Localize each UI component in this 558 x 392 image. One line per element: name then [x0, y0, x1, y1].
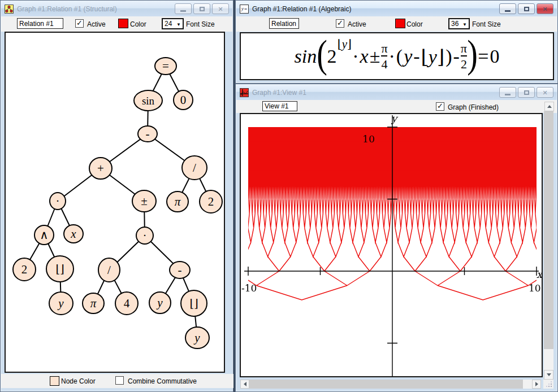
font-size-value: 36 — [451, 20, 458, 28]
close-button[interactable] — [537, 3, 553, 14]
arrow-up-icon — [547, 105, 552, 108]
relation-color-swatch[interactable] — [118, 19, 128, 28]
algebraic-titlebar[interactable]: y = Graph #1:Relation #1 (Algebraic) — [236, 1, 557, 16]
graph-view-icon[interactable] — [240, 88, 249, 97]
expression-tree[interactable]: =sin0-+/·±π2∧x·2⌊⌋/-yπ4y⌊⌋y — [6, 33, 224, 372]
tree-node[interactable]: - — [138, 126, 157, 142]
formula-token: sin — [295, 46, 317, 67]
tree-node[interactable]: y — [49, 292, 73, 315]
formula-token: 2⌊y⌋ — [327, 46, 352, 67]
tree-node[interactable]: 2 — [13, 258, 36, 281]
formula-token: y — [404, 46, 412, 67]
vertical-scrollbar-thumb[interactable] — [544, 111, 553, 349]
tree-node[interactable]: x — [64, 225, 83, 243]
tree-node-label: ± — [141, 194, 148, 208]
close-button[interactable] — [212, 3, 229, 14]
svg-text:=: = — [244, 6, 247, 12]
tree-node-label: 2 — [21, 263, 28, 276]
tree-node-label: π — [90, 297, 97, 310]
tree-node[interactable]: / — [98, 258, 120, 282]
resize-grip[interactable] — [543, 380, 553, 389]
y-equals-icon[interactable]: y = — [240, 5, 249, 14]
maximize-button[interactable] — [518, 3, 535, 14]
active-checkbox[interactable] — [75, 19, 84, 28]
tree-node[interactable]: · — [50, 193, 66, 210]
formula-token: ) — [467, 54, 478, 59]
horizontal-scrollbar-track[interactable] — [240, 380, 541, 389]
relation-name-input[interactable] — [269, 18, 299, 29]
tree-node[interactable]: = — [155, 58, 176, 75]
tree-node[interactable]: 4 — [115, 292, 138, 315]
maximize-icon — [200, 7, 205, 11]
tree-structure-icon[interactable] — [5, 5, 14, 14]
tree-node-label: x — [70, 227, 76, 241]
chevron-down-icon — [462, 20, 467, 28]
tree-node[interactable]: 2 — [200, 190, 222, 213]
maximize-button[interactable] — [518, 87, 535, 98]
tree-node-label: y — [57, 297, 64, 310]
active-label: Active — [87, 20, 106, 28]
active-label: Active — [348, 20, 366, 28]
tree-node[interactable]: 0 — [174, 90, 193, 110]
tree-node-label: ∧ — [40, 228, 48, 242]
tree-node[interactable]: π — [83, 293, 104, 313]
scroll-left-button[interactable] — [240, 380, 249, 389]
formula-token: π4 — [381, 42, 387, 71]
relation-name-input[interactable] — [17, 18, 63, 29]
tree-node-label: 4 — [124, 297, 130, 310]
vertical-scrollbar-track[interactable] — [544, 111, 553, 370]
tree-node-label: · — [56, 194, 60, 208]
tree-node[interactable]: · — [136, 227, 153, 244]
minimize-button[interactable] — [499, 3, 516, 14]
tree-node[interactable]: ∧ — [34, 225, 54, 245]
formula-token: ± — [370, 46, 380, 67]
tree-node[interactable]: + — [89, 158, 112, 179]
active-checkbox[interactable] — [336, 19, 344, 28]
font-size-value: 24 — [165, 20, 172, 28]
structural-toolbar: Active Color 24 Font Size — [1, 16, 232, 32]
tree-node-label: = — [162, 59, 169, 73]
relation-color-swatch[interactable] — [395, 19, 405, 28]
tree-node[interactable]: ⌊⌋ — [181, 290, 207, 316]
maximize-button[interactable] — [193, 3, 210, 14]
minimize-button[interactable] — [175, 3, 192, 14]
graph-finished-label: Graph (Finished) — [448, 103, 499, 111]
formula-token: - — [453, 46, 460, 67]
tree-node[interactable]: / — [182, 156, 207, 180]
structural-titlebar[interactable]: Graph #1:Relation #1 (Structural) — [1, 1, 232, 16]
desktop: Graph #1:Relation #1 (Structural) Active… — [0, 0, 558, 392]
font-size-label: Font Size — [186, 20, 215, 28]
tree-node[interactable]: π — [167, 191, 188, 212]
structural-window: Graph #1:Relation #1 (Structural) Active… — [0, 0, 233, 392]
tree-canvas-area[interactable]: =sin0-+/·±π2∧x·2⌊⌋/-yπ4y⌊⌋y — [5, 32, 225, 373]
formula-box[interactable]: sin(2⌊y⌋·x±π4·(y-⌊y⌋)-π2)=0 — [240, 32, 554, 80]
scroll-down-button[interactable] — [544, 370, 553, 380]
tree-node[interactable]: y — [149, 292, 171, 313]
tree-node-label: / — [107, 263, 111, 277]
view-titlebar[interactable]: Graph #1:View #1 — [236, 85, 557, 100]
scroll-right-button[interactable] — [532, 380, 541, 389]
arrow-right-icon — [535, 382, 538, 386]
tree-node[interactable]: ± — [132, 190, 156, 212]
close-icon — [542, 5, 547, 13]
close-button[interactable] — [537, 87, 553, 98]
close-icon — [542, 89, 547, 97]
maximize-icon — [524, 90, 529, 95]
font-size-dropdown[interactable]: 24 — [162, 18, 184, 29]
font-size-dropdown[interactable]: 36 — [448, 18, 470, 29]
scroll-up-button[interactable] — [544, 102, 554, 111]
structural-footer: Node Color Combine Commutative — [1, 374, 233, 388]
horizontal-scrollbar-thumb[interactable] — [249, 380, 523, 389]
graph-plot-canvas[interactable] — [241, 114, 542, 376]
minimize-button[interactable] — [499, 87, 516, 98]
minimize-icon — [505, 94, 511, 95]
formula-token: π2 — [461, 42, 467, 71]
view-name-input[interactable] — [262, 101, 297, 111]
graph-finished-checkbox[interactable] — [436, 102, 444, 111]
combine-commutative-checkbox[interactable] — [115, 376, 124, 385]
tree-node[interactable]: ⌊⌋ — [46, 256, 73, 282]
tree-node[interactable]: sin — [134, 90, 162, 111]
tree-node[interactable]: - — [170, 262, 190, 278]
tree-node[interactable]: y — [185, 327, 209, 349]
node-color-swatch[interactable] — [50, 376, 59, 386]
